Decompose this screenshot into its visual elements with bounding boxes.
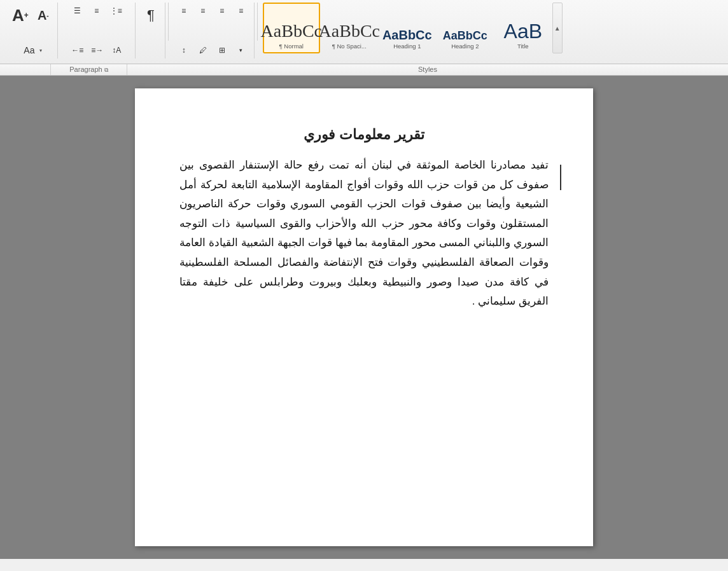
increase-indent-btn[interactable]: ≡→ [88,42,106,58]
style-h1-label: Heading 1 [393,43,421,50]
decrease-indent-btn[interactable]: ←≡ [68,42,87,58]
divider-1 [168,3,169,41]
styles-scroll-up[interactable]: ▲ [552,3,563,53]
line-spacing-btn[interactable]: ↕ [175,42,193,58]
paragraph-marks-group: ¶ [137,3,165,58]
paragraph-expand-btn[interactable]: Paragraph ⧉ [51,64,127,75]
toolbar: A+ A- Aa ▾ ☰ ≡ ⋮≡ ←≡ ≡→ ↕A ¶ [0,0,728,76]
style-heading1[interactable]: AaBbCc Heading 1 [379,3,436,53]
section-label-bar: Paragraph ⧉ Styles [0,64,728,76]
style-no-spacing[interactable]: AaBbCc ¶ No Spaci... [321,3,378,53]
font-section-label [0,64,51,75]
bullet-list-btn[interactable]: ☰ [69,3,87,19]
style-normal-preview: AaBbCc [261,21,322,41]
font-dropdown-arrow: ▾ [39,48,42,53]
font-size-small-btn[interactable]: A- [33,3,53,28]
font-format-btn[interactable]: Aa [20,42,38,58]
number-list-btn[interactable]: ≡ [88,3,106,19]
align-justify-btn[interactable]: ≡ [232,3,250,19]
border-dropdown-btn[interactable]: ▾ [232,42,250,58]
font-size-large-btn[interactable]: A+ [9,3,32,28]
sort-btn[interactable]: ↕A [108,42,125,58]
style-normal-label: ¶ Normal [279,43,304,50]
style-title-label: Title [517,43,529,50]
style-title[interactable]: AaB Title [494,3,552,53]
text-cursor [560,165,561,190]
divider-2 [257,3,258,41]
document-body[interactable]: تفيد مصادرنا الخاصة الموثقة في لبنان أنه… [179,156,549,312]
align-right-btn[interactable]: ≡ [213,3,231,19]
border-btn[interactable]: ⊞ [213,42,231,58]
multilevel-list-btn[interactable]: ⋮≡ [107,3,125,19]
style-nospace-preview: AaBbCc [319,21,380,41]
style-nospace-label: ¶ No Spaci... [332,43,367,50]
style-normal[interactable]: AaBbCc ¶ Normal [263,3,320,53]
shading-btn[interactable]: 🖊 [194,42,212,58]
styles-label-text: Styles [418,65,437,73]
styles-section-label: Styles [127,64,728,75]
document-area: تقرير معلومات فوري تفيد مصادرنا الخاصة ا… [0,76,728,559]
paragraph-expand-icon[interactable]: ⧉ [104,67,108,73]
style-heading2[interactable]: AaBbCc Heading 2 [437,3,494,53]
document-title: تقرير معلومات فوري [179,127,549,143]
style-h2-label: Heading 2 [451,43,479,50]
list-group: ☰ ≡ ⋮≡ ←≡ ≡→ ↕A [59,3,136,58]
style-h2-preview: AaBbCc [443,30,487,41]
paragraph-label: Paragraph [69,65,102,73]
paragraph-mark-btn[interactable]: ¶ [141,3,161,28]
document-page[interactable]: تقرير معلومات فوري تفيد مصادرنا الخاصة ا… [135,88,593,546]
styles-section: AaBbCc ¶ Normal AaBbCc ¶ No Spaci... AaB… [260,3,723,53]
align-left-btn[interactable]: ≡ [175,3,193,19]
font-group: A+ A- Aa ▾ [5,3,58,58]
style-title-preview: AaB [504,21,542,41]
style-h1-preview: AaBbCc [382,29,432,41]
alignment-group: ≡ ≡ ≡ ≡ ↕ 🖊 ⊞ ▾ [171,3,255,58]
align-center-btn[interactable]: ≡ [194,3,212,19]
